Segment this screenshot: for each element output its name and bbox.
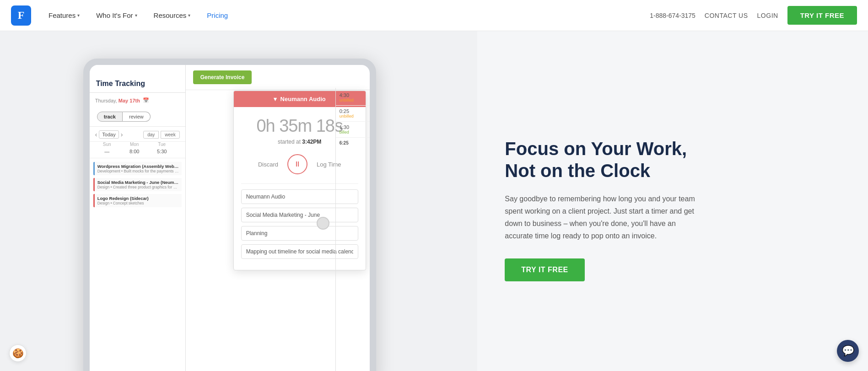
time-log-entry: 0:25 unbilled — [336, 106, 370, 122]
pause-button[interactable]: ⏸ — [287, 154, 307, 174]
try-it-free-hero-button[interactable]: TRY IT FREE — [505, 258, 584, 281]
day-tue: 5:30 — [148, 149, 176, 154]
day-mon: 8:00 — [121, 149, 148, 154]
hero-heading: Focus on Your Work, Not on the Clock — [505, 138, 841, 182]
tab-track[interactable]: track — [97, 112, 123, 122]
list-item[interactable]: Logo Redesign (Sidecar) Design • Concept… — [93, 194, 182, 207]
nav-links: Features ▾ Who It's For ▾ Resources ▾ Pr… — [42, 8, 650, 23]
next-day-button[interactable]: › — [121, 131, 123, 138]
toggle-button[interactable] — [317, 217, 329, 230]
sidebar-tasks: Wordpress Migration (Assembly Web De... … — [90, 162, 185, 207]
generate-invoice-button[interactable]: Generate Invoice — [193, 70, 252, 84]
chevron-down-icon: ▾ — [77, 13, 80, 18]
app-topbar-sidebar: Time Tracking — [90, 74, 185, 93]
nav-features[interactable]: Features ▾ — [42, 8, 86, 23]
date-label: Thursday, May 17th — [95, 98, 140, 103]
pause-icon: ⏸ — [294, 160, 301, 168]
chat-button[interactable]: 💬 — [837, 340, 859, 362]
time-log-column: 4:30 unbilled 0:25 unbilled 1:30 billed — [335, 88, 370, 371]
app-main: Generate Invoice 4:30 unbilled 0:25 unbi… — [186, 65, 370, 371]
task-subtitle: Design • Concept sketches — [97, 201, 179, 205]
login-link[interactable]: LOGIN — [757, 12, 778, 19]
today-button[interactable]: Today — [99, 130, 119, 139]
hero-right: Focus on Your Work, Not on the Clock Say… — [477, 31, 868, 371]
task-title: Social Media Marketing - June (Neuman... — [97, 180, 179, 185]
chevron-down-icon: ▾ — [188, 13, 190, 18]
discard-button[interactable]: Discard — [258, 161, 278, 168]
hero-body-text: Say goodbye to remembering how long you … — [505, 193, 697, 242]
chat-icon: 💬 — [842, 345, 854, 357]
time-log-entry: 1:30 billed — [336, 122, 370, 138]
tab-review[interactable]: review — [123, 112, 151, 122]
hero-section: Time Tracking Thursday, May 17th 📅 track… — [0, 31, 868, 371]
time-status: unbilled — [340, 114, 366, 118]
cookie-icon: 🍪 — [12, 348, 24, 359]
list-item[interactable]: Wordpress Migration (Assembly Web De... … — [93, 162, 182, 175]
time-log-total: 6:25 — [336, 138, 370, 148]
hero-app-mockup: Time Tracking Thursday, May 17th 📅 track… — [0, 31, 477, 371]
day-tab[interactable]: day — [143, 131, 159, 139]
timer-client-name: Neumann Audio — [280, 96, 326, 102]
time-value: 1:30 — [340, 124, 366, 130]
time-log-entry: 4:30 unbilled — [336, 90, 370, 106]
time-status: billed — [340, 130, 366, 134]
nav-resources[interactable]: Resources ▾ — [147, 8, 197, 23]
app-sidebar: Time Tracking Thursday, May 17th 📅 track… — [90, 65, 186, 371]
contact-us-link[interactable]: CONTACT US — [705, 12, 748, 19]
cookie-consent-button[interactable]: 🍪 — [9, 344, 27, 362]
calendar-icon[interactable]: 📅 — [143, 97, 149, 103]
day-header-row: Sun Mon Tue — [90, 142, 185, 147]
logo[interactable]: F — [11, 5, 31, 26]
logo-letter: F — [18, 9, 25, 22]
prev-day-button[interactable]: ‹ — [95, 131, 97, 138]
navbar: F Features ▾ Who It's For ▾ Resources ▾ … — [0, 0, 868, 31]
chevron-down-icon: ▾ — [274, 96, 277, 102]
task-title: Logo Redesign (Sidecar) — [97, 196, 179, 201]
tablet-screen: Time Tracking Thursday, May 17th 📅 track… — [90, 65, 370, 371]
task-subtitle: Design • Created three product graphics … — [97, 185, 179, 189]
app-title: Time Tracking — [96, 80, 145, 88]
nav-right: 1-888-674-3175 CONTACT US LOGIN TRY IT F… — [650, 6, 857, 25]
time-value: 4:30 — [340, 92, 366, 98]
task-subtitle: Development • Built mocks for the paymen… — [97, 169, 179, 173]
phone-number: 1-888-674-3175 — [650, 12, 695, 19]
day-header-mon: Mon — [121, 142, 148, 147]
week-tab[interactable]: week — [161, 131, 179, 139]
day-header-tue: Tue — [148, 142, 176, 147]
day-sun: — — [93, 149, 121, 154]
tablet-device: Time Tracking Thursday, May 17th 📅 track… — [83, 59, 376, 371]
track-review-tabs: track review — [90, 107, 185, 127]
nav-who-its-for[interactable]: Who It's For ▾ — [90, 8, 143, 23]
time-value: 0:25 — [340, 108, 366, 114]
app-inner: Time Tracking Thursday, May 17th 📅 track… — [90, 65, 370, 371]
time-status: unbilled — [340, 98, 366, 102]
day-row: — 8:00 5:30 — [90, 149, 185, 158]
chevron-down-icon: ▾ — [135, 13, 137, 18]
day-header-sun: Sun — [93, 142, 121, 147]
nav-pricing[interactable]: Pricing — [200, 8, 234, 23]
task-title: Wordpress Migration (Assembly Web De... — [97, 164, 179, 169]
list-item[interactable]: Social Media Marketing - June (Neuman...… — [93, 178, 182, 191]
main-topbar: Generate Invoice — [186, 65, 370, 90]
try-it-free-nav-button[interactable]: TRY IT FREE — [787, 6, 857, 25]
